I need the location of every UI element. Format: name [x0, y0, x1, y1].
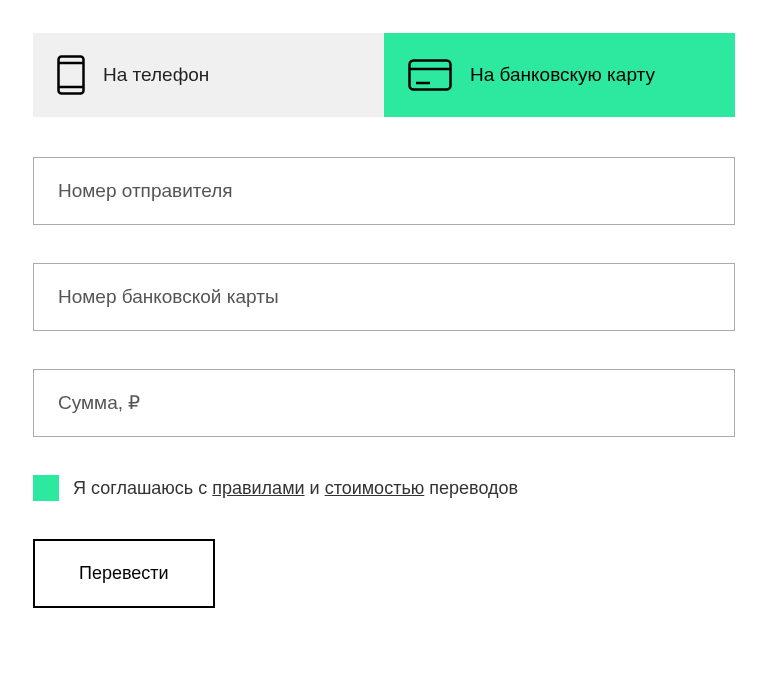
tab-to-card[interactable]: На банковскую карту — [384, 33, 735, 117]
tab-to-phone[interactable]: На телефон — [33, 33, 384, 117]
card-icon — [408, 59, 452, 91]
transfer-type-tabs: На телефон На банковскую карту — [33, 33, 735, 117]
consent-text-after: переводов — [424, 478, 518, 498]
consent-text: Я соглашаюсь с правилами и стоимостью пе… — [73, 478, 518, 499]
card-number-input[interactable] — [33, 263, 735, 331]
consent-text-middle: и — [305, 478, 325, 498]
tab-card-label: На банковскую карту — [470, 63, 655, 88]
sender-number-input[interactable] — [33, 157, 735, 225]
consent-checkbox[interactable] — [33, 475, 59, 501]
amount-input[interactable] — [33, 369, 735, 437]
consent-row: Я соглашаюсь с правилами и стоимостью пе… — [33, 475, 735, 501]
rules-link[interactable]: правилами — [212, 478, 304, 498]
tab-phone-label: На телефон — [103, 63, 209, 88]
consent-text-before: Я соглашаюсь с — [73, 478, 212, 498]
phone-icon — [57, 55, 85, 95]
submit-button[interactable]: Перевести — [33, 539, 215, 608]
svg-rect-3 — [410, 61, 451, 90]
cost-link[interactable]: стоимостью — [325, 478, 425, 498]
